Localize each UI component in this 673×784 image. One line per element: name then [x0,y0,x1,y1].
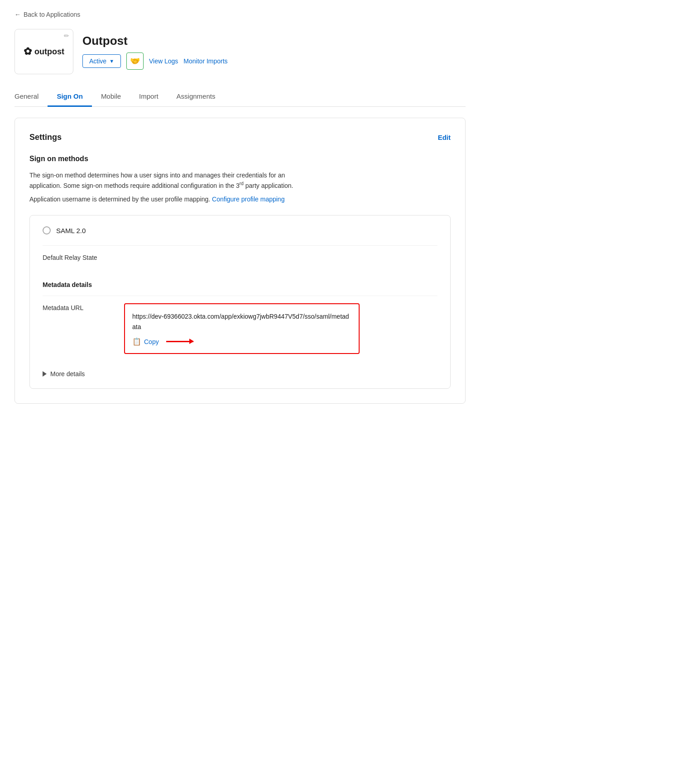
metadata-url-row: Metadata URL https://dev-69366023.okta.c… [43,296,437,361]
copy-button[interactable]: 📋 Copy [132,337,159,346]
metadata-url-value-area: https://dev-69366023.okta.com/app/exkiow… [124,303,437,354]
triangle-right-icon [43,371,47,377]
tab-sign-on[interactable]: Sign On [48,87,92,107]
saml-radio-button[interactable] [43,226,51,234]
copy-icon: 📋 [132,337,141,346]
default-relay-state-row: Default Relay State [43,245,437,268]
configure-profile-mapping-link[interactable]: Configure profile mapping [212,196,284,203]
sign-on-methods-title: Sign on methods [29,155,451,163]
monitor-imports-link[interactable]: Monitor Imports [183,57,227,65]
more-details-label: More details [50,370,85,378]
handshake-icon-button[interactable]: 🤝 [126,53,144,70]
settings-header: Settings Edit [29,133,451,142]
arrow-indicator [163,341,193,342]
flower-icon: ✿ [24,46,32,57]
app-header: ✿ outpost ✏ Outpost Active ▼ 🤝 View Logs… [14,29,466,74]
default-relay-state-label: Default Relay State [43,253,124,261]
settings-card: Settings Edit Sign on methods The sign-o… [14,118,466,404]
back-to-applications-link[interactable]: ← Back to Applications [14,11,466,18]
saml-label: SAML 2.0 [56,227,86,234]
app-title-area: Outpost Active ▼ 🤝 View Logs Monitor Imp… [82,34,228,70]
app-logo-box: ✿ outpost ✏ [14,29,73,74]
more-details-row[interactable]: More details [43,370,437,378]
back-link-label: Back to Applications [24,11,80,18]
app-title: Outpost [82,34,228,48]
back-arrow-icon: ← [14,11,21,18]
saml-header: SAML 2.0 [43,226,437,234]
tab-import[interactable]: Import [130,87,168,107]
tab-general[interactable]: General [14,87,48,107]
copy-row: 📋 Copy [132,337,351,346]
app-logo: ✿ outpost [24,46,64,57]
metadata-url-label: Metadata URL [43,303,124,311]
description-text-1: The sign-on method determines how a user… [29,170,451,191]
status-label: Active [89,57,106,65]
tabs-nav: General Sign On Mobile Import Assignment… [14,87,466,107]
edit-link[interactable]: Edit [438,134,451,141]
tab-mobile[interactable]: Mobile [92,87,130,107]
edit-logo-icon[interactable]: ✏ [64,32,69,39]
app-logo-text: outpost [34,47,64,57]
tab-assignments[interactable]: Assignments [168,87,225,107]
app-actions: Active ▼ 🤝 View Logs Monitor Imports [82,53,228,70]
metadata-url-box: https://dev-69366023.okta.com/app/exkiow… [124,303,360,354]
copy-label: Copy [144,338,159,345]
settings-title: Settings [29,133,62,142]
status-button[interactable]: Active ▼ [82,54,121,68]
metadata-details-title: Metadata details [43,277,437,288]
handshake-icon: 🤝 [130,56,140,66]
view-logs-link[interactable]: View Logs [149,57,178,65]
saml-section: SAML 2.0 Default Relay State Metadata de… [29,215,451,389]
description-text-2: Application username is determined by th… [29,194,451,204]
metadata-url-text: https://dev-69366023.okta.com/app/exkiow… [132,311,351,332]
chevron-down-icon: ▼ [109,58,114,64]
red-arrow-icon [166,341,193,342]
